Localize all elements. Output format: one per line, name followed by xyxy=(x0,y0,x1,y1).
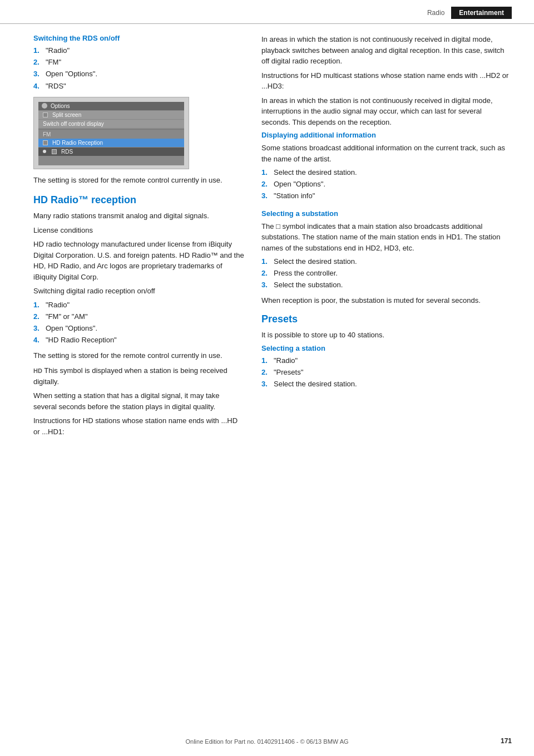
presets-body: It is possible to store up to 40 station… xyxy=(261,330,512,341)
list-num: 3. xyxy=(33,323,43,333)
page-container: Radio Entertainment Switching the RDS on… xyxy=(0,0,534,756)
list-num: 3. xyxy=(261,191,271,201)
screenshot-inner: Options Split screen Switch off control … xyxy=(38,102,184,165)
screenshot-box: Options Split screen Switch off control … xyxy=(33,97,189,169)
page-number: 171 xyxy=(501,737,512,745)
ss-menu-hd: HD Radio Reception xyxy=(38,139,184,147)
list-num: 1. xyxy=(261,168,271,178)
list-num: 2. xyxy=(261,179,271,189)
ss-checkbox-icon xyxy=(43,140,48,145)
hd-radio-heading: HD Radio™ reception xyxy=(33,194,245,206)
list-item: 3. Select the desired station. xyxy=(261,379,512,389)
hd-radio-section: HD Radio™ reception Many radio stations … xyxy=(33,194,245,437)
displaying-steps: 1. Select the desired station. 2. Open "… xyxy=(261,168,512,202)
displaying-section: Displaying additional information Some s… xyxy=(261,131,512,202)
tab-entertainment[interactable]: Entertainment xyxy=(451,7,512,19)
hd-body2: When setting a station that has a digita… xyxy=(33,390,245,412)
selecting-station-section: Selecting a station 1. "Radio" 2. "Prese… xyxy=(261,344,512,390)
ss-separator xyxy=(38,129,184,130)
ss-menu-switch: Switch off control display xyxy=(38,120,184,128)
right-column: In areas in which the station is not con… xyxy=(261,34,512,440)
rds-caption: The setting is stored for the remote con… xyxy=(33,175,245,186)
hd-body3: Instructions for HD stations whose stati… xyxy=(33,415,245,437)
selecting-station-heading: Selecting a station xyxy=(261,344,512,352)
list-text: "Radio" xyxy=(46,46,70,56)
list-item: 2. "FM" xyxy=(33,57,245,67)
presets-section: Presets It is possible to store up to 40… xyxy=(261,313,512,389)
list-item: 1. Select the desired station. xyxy=(261,168,512,178)
list-text: Open "Options". xyxy=(46,69,97,79)
right-body1: In areas in which the station is not con… xyxy=(261,34,512,67)
list-num: 2. xyxy=(33,57,43,67)
substation-section: Selecting a substation The □ symbol indi… xyxy=(261,209,512,306)
ss-bullet-icon xyxy=(43,150,46,153)
hd-switching-label: Switching digital radio reception on/off xyxy=(33,286,245,297)
footer: Online Edition for Part no. 01402911406 … xyxy=(0,738,534,745)
displaying-heading: Displaying additional information xyxy=(261,131,512,139)
list-text: "Station info" xyxy=(274,191,315,201)
ss-menu-label: Switch off control display xyxy=(43,121,104,127)
list-text: Select the substation. xyxy=(274,280,343,290)
list-text: "Radio" xyxy=(46,300,70,310)
switching-rds-section: Switching the RDS on/off 1. "Radio" 2. "… xyxy=(33,34,245,185)
substation-body: The □ symbol indicates that a main stati… xyxy=(261,221,512,254)
tab-radio[interactable]: Radio xyxy=(421,7,451,19)
list-num: 3. xyxy=(33,69,43,79)
switching-rds-list: 1. "Radio" 2. "FM" 3. Open "Options". 4.… xyxy=(33,46,245,91)
switching-rds-heading: Switching the RDS on/off xyxy=(33,34,245,42)
substation-caption: When reception is poor, the substation i… xyxy=(261,295,512,306)
content-area: Switching the RDS on/off 1. "Radio" 2. "… xyxy=(0,28,534,463)
list-item: 1. "Radio" xyxy=(33,300,245,310)
hd-license-body: HD radio technology manufactured under l… xyxy=(33,239,245,282)
list-num: 2. xyxy=(33,312,43,322)
displaying-body: Some stations broadcast additional infor… xyxy=(261,143,512,164)
right-body3: In areas in which the station is not con… xyxy=(261,95,512,128)
ss-label-fm: FM xyxy=(38,131,184,138)
presets-heading: Presets xyxy=(261,313,512,325)
list-item: 1. "Radio" xyxy=(261,356,512,366)
ss-gear-icon xyxy=(42,103,47,109)
list-text: Open "Options". xyxy=(274,179,325,189)
hd-radio-steps: 1. "Radio" 2. "FM" or "AM" 3. Open "Opti… xyxy=(33,300,245,346)
list-num: 4. xyxy=(33,335,43,345)
list-text: Open "Options". xyxy=(46,323,97,333)
ss-checkbox-icon xyxy=(52,149,57,154)
list-text: "FM" xyxy=(46,57,61,67)
list-text: "FM" or "AM" xyxy=(46,312,88,322)
list-num: 2. xyxy=(261,268,271,278)
list-text: "HD Radio Reception" xyxy=(46,335,117,345)
right-body2: Instructions for HD multicast stations w… xyxy=(261,70,512,92)
list-item: 2. "Presets" xyxy=(261,367,512,377)
list-text: Select the desired station. xyxy=(274,257,357,267)
footer-text: Online Edition for Part no. 01402911406 … xyxy=(185,738,348,745)
header-bar: Radio Entertainment xyxy=(0,0,534,23)
list-item: 1. "Radio" xyxy=(33,46,245,56)
list-text: Select the desired station. xyxy=(274,379,357,389)
list-item: 3. Open "Options". xyxy=(33,323,245,333)
ss-menu-rds: RDS xyxy=(38,148,184,156)
list-num: 3. xyxy=(261,280,271,290)
header-divider xyxy=(0,23,534,24)
ss-title-bar: Options xyxy=(38,102,184,110)
list-num: 2. xyxy=(261,367,271,377)
header-tabs: Radio Entertainment xyxy=(421,7,512,19)
list-item: 1. Select the desired station. xyxy=(261,257,512,267)
left-column: Switching the RDS on/off 1. "Radio" 2. "… xyxy=(33,34,245,440)
substation-steps: 1. Select the desired station. 2. Press … xyxy=(261,257,512,291)
hd-symbol-text: HD This symbol is displayed when a stati… xyxy=(33,365,245,387)
ss-menu-label: RDS xyxy=(61,149,73,155)
ss-checkbox-icon xyxy=(43,112,48,117)
hd-symbol-icon: HD xyxy=(33,367,42,374)
list-item: 2. "FM" or "AM" xyxy=(33,312,245,322)
list-num: 1. xyxy=(261,257,271,267)
list-item: 2. Open "Options". xyxy=(261,179,512,189)
list-text: "Radio" xyxy=(274,356,298,366)
list-item: 3. Open "Options". xyxy=(33,69,245,79)
list-item: 4. "HD Radio Reception" xyxy=(33,335,245,345)
list-num: 1. xyxy=(33,300,43,310)
list-num: 1. xyxy=(261,356,271,366)
hd-body1: Many radio stations transmit analog and … xyxy=(33,210,245,222)
substation-heading: Selecting a substation xyxy=(261,209,512,218)
ss-menu-label: Split screen xyxy=(52,112,81,118)
list-text: "Presets" xyxy=(274,367,303,377)
